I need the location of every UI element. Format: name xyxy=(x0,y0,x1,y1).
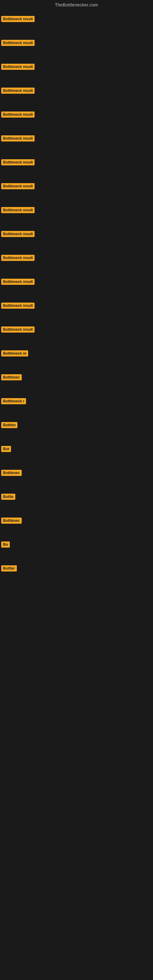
result-row: Bottleneck result xyxy=(0,207,153,215)
bottleneck-result-badge[interactable]: Bottleneck result xyxy=(1,135,35,142)
bottleneck-result-badge[interactable]: Bo xyxy=(1,541,10,547)
result-row: Bottleneck r xyxy=(0,398,153,406)
bottleneck-result-badge[interactable]: Bottleneck result xyxy=(1,64,35,70)
result-row: Bo xyxy=(0,541,153,549)
result-row: Bottleneck result xyxy=(0,230,153,239)
bottleneck-result-badge[interactable]: Bottlenec xyxy=(1,470,22,476)
bottleneck-result-badge[interactable]: Bottleneck result xyxy=(1,231,35,237)
site-header: TheBottlenecker.com xyxy=(0,0,153,9)
bottleneck-result-badge[interactable]: Bottleneck result xyxy=(1,255,35,261)
result-row: Bottleneck result xyxy=(0,87,153,95)
result-row: Bot xyxy=(0,445,153,454)
result-row: Bottleneck result xyxy=(0,39,153,48)
result-row: Bottleneck result xyxy=(0,326,153,334)
bottleneck-result-badge[interactable]: Bottleneck re xyxy=(1,350,28,356)
bottleneck-result-badge[interactable]: Bottler xyxy=(1,565,17,571)
bottleneck-result-badge[interactable]: Bottleneck result xyxy=(1,183,35,189)
result-row: Bottleneck result xyxy=(0,135,153,143)
bottleneck-result-badge[interactable]: Bot xyxy=(1,446,11,452)
result-row: Bottleneck result xyxy=(0,111,153,119)
bottleneck-result-badge[interactable]: Bottleneck result xyxy=(1,111,35,118)
site-title: TheBottlenecker.com xyxy=(55,2,98,7)
result-row: Bottlen xyxy=(0,422,153,430)
bottleneck-result-badge[interactable]: Bottleneck result xyxy=(1,159,35,165)
result-row: Bottlenec xyxy=(0,517,153,525)
bottleneck-result-badge[interactable]: Bottleneck result xyxy=(1,88,35,94)
result-row: Bottleneck result xyxy=(0,15,153,24)
result-row: Bottleneck result xyxy=(0,254,153,263)
result-row: Bottleneck result xyxy=(0,159,153,167)
result-row: Bottleneck re xyxy=(0,350,153,358)
bottleneck-result-badge[interactable]: Bottleneck result xyxy=(1,207,35,213)
result-row: Bottlenec xyxy=(0,374,153,382)
result-row: Bottleneck result xyxy=(0,278,153,286)
bottleneck-result-badge[interactable]: Bottlen xyxy=(1,422,18,428)
result-row: Bottlenec xyxy=(0,469,153,478)
bottleneck-result-badge[interactable]: Bottleneck r xyxy=(1,398,26,404)
bottleneck-result-badge[interactable]: Bottle xyxy=(1,494,15,500)
result-row: Bottleneck result xyxy=(0,183,153,191)
bottleneck-result-badge[interactable]: Bottleneck result xyxy=(1,326,35,332)
result-row: Bottleneck result xyxy=(0,63,153,72)
result-row: Bottler xyxy=(0,565,153,573)
result-row: Bottle xyxy=(0,493,153,502)
bottleneck-result-badge[interactable]: Bottleneck result xyxy=(1,302,35,309)
results-container: Bottleneck resultBottleneck resultBottle… xyxy=(0,9,153,590)
result-row: Bottleneck result xyxy=(0,302,153,310)
bottleneck-result-badge[interactable]: Bottlenec xyxy=(1,517,22,524)
bottleneck-result-badge[interactable]: Bottleneck result xyxy=(1,16,35,22)
bottleneck-result-badge[interactable]: Bottleneck result xyxy=(1,40,35,46)
bottleneck-result-badge[interactable]: Bottleneck result xyxy=(1,279,35,285)
bottleneck-result-badge[interactable]: Bottlenec xyxy=(1,374,22,380)
